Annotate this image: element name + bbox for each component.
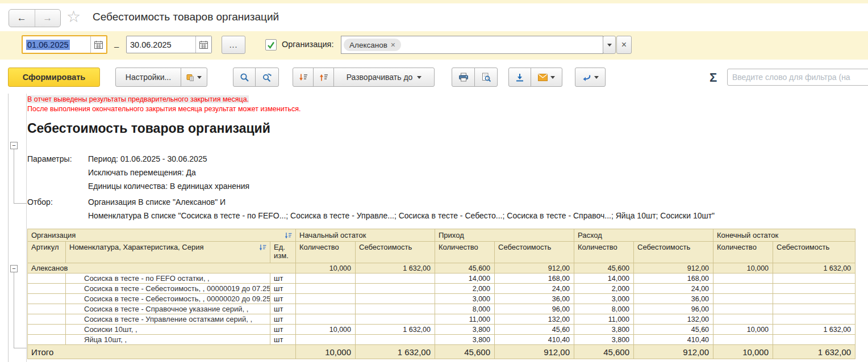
- value-cell[interactable]: 132,00: [634, 314, 713, 325]
- artikul-cell[interactable]: [28, 273, 66, 284]
- value-cell[interactable]: [296, 314, 356, 325]
- calendar-button[interactable]: [195, 36, 211, 53]
- nomenclature-cell[interactable]: Яйца 10шт, ,: [66, 335, 270, 345]
- collapse-all-button[interactable]: [293, 68, 314, 87]
- nomenclature-cell[interactable]: Сосиска в тесте - по FEFO остатки, ,: [66, 273, 270, 284]
- org-dropdown-button[interactable]: [603, 36, 616, 54]
- artikul-cell[interactable]: [28, 335, 66, 345]
- value-cell[interactable]: 14,000: [435, 273, 495, 284]
- org-header-cell[interactable]: Организация: [28, 229, 296, 242]
- artikul-cell[interactable]: [28, 284, 66, 294]
- group-value-cell[interactable]: 45,600: [435, 263, 495, 273]
- print-preview-button[interactable]: [474, 68, 498, 87]
- value-cell[interactable]: 36,00: [634, 294, 713, 304]
- cost-header-cell[interactable]: Себестоимость: [495, 242, 574, 263]
- group-value-cell[interactable]: 10,000: [713, 263, 773, 273]
- value-cell[interactable]: 3,000: [574, 294, 634, 304]
- find-button[interactable]: [233, 68, 256, 87]
- group-value-cell[interactable]: 912,00: [495, 263, 574, 273]
- value-cell[interactable]: 10,000: [713, 325, 773, 335]
- cost-header-cell[interactable]: Себестоимость: [773, 242, 856, 263]
- artikul-cell[interactable]: [28, 304, 66, 314]
- value-cell[interactable]: 132,00: [495, 314, 574, 325]
- value-cell[interactable]: 3,800: [574, 335, 634, 345]
- org-chip[interactable]: Алексанов ×: [344, 39, 401, 51]
- value-cell[interactable]: 96,00: [634, 304, 713, 314]
- value-cell[interactable]: [773, 273, 856, 284]
- value-cell[interactable]: [773, 314, 856, 325]
- value-cell[interactable]: 10,000: [296, 325, 356, 335]
- nomenclature-cell[interactable]: Сосиски 10шт, ,: [66, 325, 270, 335]
- total-value-cell[interactable]: 10,000: [296, 345, 356, 359]
- generate-button[interactable]: Сформировать: [8, 68, 100, 87]
- unit-cell[interactable]: шт: [270, 273, 296, 284]
- sigma-button[interactable]: Σ: [710, 70, 717, 85]
- unit-cell[interactable]: шт: [270, 294, 296, 304]
- artikul-cell[interactable]: [28, 325, 66, 335]
- value-cell[interactable]: 410,40: [634, 335, 713, 345]
- nomenclature-cell[interactable]: Сосиска в тесте - Управление остатками с…: [66, 314, 270, 325]
- unit-cell[interactable]: шт: [270, 314, 296, 325]
- forward-button[interactable]: →: [35, 10, 61, 27]
- value-cell[interactable]: 45,60: [634, 325, 713, 335]
- value-cell[interactable]: 168,00: [634, 273, 713, 284]
- income-header-cell[interactable]: Приход: [435, 229, 574, 242]
- nomenclature-cell[interactable]: Сосиска в тесте - Себестоимость, , 00000…: [66, 284, 270, 294]
- total-value-cell[interactable]: 912,00: [634, 345, 713, 359]
- value-cell[interactable]: [713, 314, 773, 325]
- value-cell[interactable]: [356, 284, 435, 294]
- nomenclature-cell[interactable]: Сосиска в тесте - Справочное указание се…: [66, 304, 270, 314]
- group-value-cell[interactable]: 45,600: [574, 263, 634, 273]
- total-value-cell[interactable]: 45,600: [574, 345, 634, 359]
- unit-cell[interactable]: шт: [270, 304, 296, 314]
- value-cell[interactable]: 8,000: [435, 304, 495, 314]
- value-cell[interactable]: 24,00: [495, 284, 574, 294]
- unit-cell[interactable]: шт: [270, 325, 296, 335]
- value-cell[interactable]: 24,00: [634, 284, 713, 294]
- value-cell[interactable]: 2,000: [574, 284, 634, 294]
- quick-filter-input[interactable]: [727, 69, 868, 86]
- favorite-star-icon[interactable]: ☆: [66, 8, 81, 26]
- value-cell[interactable]: [713, 273, 773, 284]
- org-clear-button[interactable]: ×: [616, 36, 632, 54]
- group-name-cell[interactable]: Алексанов: [28, 263, 296, 273]
- qty-header-cell[interactable]: Количество: [713, 242, 773, 263]
- total-label-cell[interactable]: Итого: [28, 345, 296, 359]
- artikul-cell[interactable]: [28, 294, 66, 304]
- unit-cell[interactable]: шт: [270, 335, 296, 345]
- chip-remove-icon[interactable]: ×: [391, 40, 395, 49]
- value-cell[interactable]: 8,000: [574, 304, 634, 314]
- total-value-cell[interactable]: 10,000: [713, 345, 773, 359]
- back-button[interactable]: ←: [9, 10, 35, 27]
- value-cell[interactable]: 96,00: [495, 304, 574, 314]
- calendar-button[interactable]: [90, 36, 106, 53]
- value-cell[interactable]: 410,40: [495, 335, 574, 345]
- value-cell[interactable]: [296, 335, 356, 345]
- value-cell[interactable]: 3,800: [435, 325, 495, 335]
- group-value-cell[interactable]: 1 632,00: [356, 263, 435, 273]
- value-cell[interactable]: 11,000: [574, 314, 634, 325]
- value-cell[interactable]: [773, 335, 856, 345]
- org-filter-field[interactable]: Алексанов ×: [341, 36, 603, 54]
- send-email-button[interactable]: [531, 68, 562, 87]
- value-cell[interactable]: [296, 294, 356, 304]
- date-to-input[interactable]: 30.06.2025: [126, 36, 212, 53]
- total-value-cell[interactable]: 1 632,00: [773, 345, 856, 359]
- group-value-cell[interactable]: 912,00: [634, 263, 713, 273]
- qty-header-cell[interactable]: Количество: [296, 242, 356, 263]
- total-value-cell[interactable]: 912,00: [495, 345, 574, 359]
- report-variants-button[interactable]: [181, 68, 207, 87]
- closing-balance-header-cell[interactable]: Конечный остаток: [713, 229, 856, 242]
- artikul-cell[interactable]: [28, 314, 66, 325]
- nomenclature-header-cell[interactable]: Номенклатура, Характеристика, Серия: [66, 242, 270, 263]
- save-button[interactable]: [508, 68, 531, 87]
- collapse-data-group-button[interactable]: −: [10, 265, 18, 272]
- value-cell[interactable]: [356, 294, 435, 304]
- cost-header-cell[interactable]: Себестоимость: [356, 242, 435, 263]
- value-cell[interactable]: [356, 335, 435, 345]
- value-cell[interactable]: 45,60: [495, 325, 574, 335]
- value-cell[interactable]: [356, 304, 435, 314]
- expand-to-button[interactable]: Разворачивать до: [333, 68, 435, 87]
- value-cell[interactable]: 11,000: [435, 314, 495, 325]
- value-cell[interactable]: 168,00: [495, 273, 574, 284]
